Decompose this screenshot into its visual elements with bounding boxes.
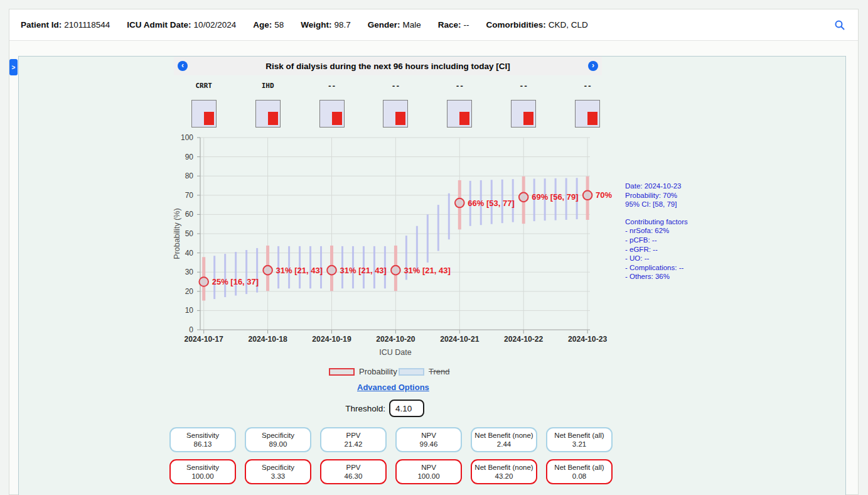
red-fill-indicator [332, 112, 342, 125]
legend-trend-label: Trend [429, 367, 449, 376]
metric-value: 89.00 [269, 440, 287, 449]
metric-label: Sensitivity [186, 463, 219, 472]
data-point[interactable] [391, 266, 400, 275]
metric-value: 3.33 [271, 472, 285, 481]
data-point-label: 25% [16, 37] [212, 277, 259, 286]
metric-label: PPV [346, 431, 360, 440]
y-tick-label: 30 [185, 268, 194, 276]
y-tick-label: 0 [189, 325, 193, 334]
annotation-line: - nrSofa: 62% [625, 226, 688, 236]
y-tick-label: 80 [185, 171, 194, 180]
patient-field: Patient Id:2101118544 [21, 20, 110, 30]
metric-value: 99.46 [420, 440, 438, 449]
dialysis-type-icon [447, 100, 472, 128]
annotation-line: Date: 2024-10-23 [625, 182, 688, 191]
data-point[interactable] [583, 191, 592, 200]
dialysis-type-icon [511, 100, 536, 128]
patient-field-value: 58 [274, 20, 284, 30]
patient-field-label: Age: [253, 20, 272, 30]
annotation-line: 95% CI: [58, 79] [625, 200, 688, 209]
gridlines: 01020304050607080901002024-10-172024-10-… [181, 133, 608, 344]
dialysis-type-icon [191, 100, 217, 128]
metric-value: 100.00 [417, 472, 439, 481]
threshold-label: Threshold: [299, 404, 385, 413]
data-point[interactable] [519, 193, 528, 202]
metric-card-primary: Net Benefit (none)2.44 [471, 427, 537, 452]
metric-label: Specificity [262, 431, 294, 440]
x-tick-label: 2024-10-17 [185, 335, 224, 344]
patient-field: ICU Admit Date:10/02/2024 [127, 20, 236, 30]
data-point[interactable] [455, 199, 464, 208]
metric-value: 46.30 [345, 472, 363, 481]
metric-value: 21.42 [345, 440, 363, 449]
data-point[interactable] [327, 266, 336, 275]
patient-field-value: 98.7 [334, 20, 350, 30]
probability-swatch [329, 368, 355, 376]
patient-field-value: -- [464, 20, 469, 30]
metric-card-threshold: NPV100.00 [395, 459, 462, 484]
annotation-gap [625, 209, 688, 217]
metric-label: NPV [421, 431, 436, 440]
patient-field: Comorbidities:CKD, CLD [486, 20, 588, 30]
annotation-line: Probability: 70% [625, 191, 688, 200]
dialysis-type-label: CRRT [179, 82, 229, 90]
x-tick-label: 2024-10-21 [440, 335, 480, 344]
probability-chart[interactable]: 01020304050607080901002024-10-172024-10-… [171, 130, 620, 364]
red-fill-indicator [268, 112, 278, 125]
red-fill-indicator [459, 112, 469, 125]
patient-field-label: Patient Id: [21, 20, 62, 30]
legend-item-trend[interactable]: Trend [399, 367, 449, 376]
metric-card-primary: NPV99.46 [395, 427, 462, 452]
patient-field: Race:-- [438, 20, 469, 30]
annotation-line: - pCFB: -- [625, 236, 688, 245]
metric-card-threshold: Specificity3.33 [245, 459, 311, 484]
annotation-line: - Others: 36% [625, 272, 688, 281]
patient-field-label: Race: [438, 20, 461, 30]
chart-title: Risk of dialysis during the next 96 hour… [265, 62, 510, 71]
legend-item-probability[interactable]: Probability [329, 367, 397, 376]
trend-swatch [399, 368, 424, 376]
red-fill-indicator [587, 112, 597, 125]
y-tick-label: 40 [185, 249, 194, 258]
search-icon[interactable] [834, 19, 845, 31]
data-point[interactable] [263, 266, 272, 275]
dialysis-type-label: -- [498, 82, 549, 90]
patient-field-label: Comorbidities: [486, 20, 546, 30]
point-annotation: Date: 2024-10-23Probability: 70%95% CI: … [625, 182, 688, 281]
data-point-label: 31% [21, 43] [404, 266, 450, 275]
y-axis-title: Probability (%) [173, 208, 181, 259]
data-point[interactable] [199, 277, 208, 286]
data-point-label: 31% [21, 43] [340, 266, 387, 275]
y-tick-label: 70 [185, 191, 194, 200]
annotation-line: - Complications: -- [625, 263, 688, 273]
dialysis-type-icon [319, 100, 345, 128]
sidebar-expand-tab[interactable]: > [9, 59, 18, 75]
dialysis-type-label: -- [370, 82, 421, 90]
metric-label: Net Benefit (all) [554, 431, 604, 440]
chart-title-bar: ‹ Risk of dialysis during the next 96 ho… [174, 57, 602, 75]
metric-card-threshold: Net Benefit (all)0.08 [546, 459, 613, 484]
red-fill-indicator [204, 112, 214, 125]
annotation-line: - UO: -- [625, 254, 688, 263]
dialysis-type-icon [575, 100, 600, 128]
metric-label: Net Benefit (none) [474, 431, 533, 440]
metric-value: 43.20 [495, 472, 513, 481]
patient-field-value: CKD, CLD [549, 20, 588, 30]
data-point-label: 66% [53, 77] [468, 199, 514, 208]
metric-value: 2.44 [497, 440, 511, 449]
y-tick-label: 60 [185, 210, 194, 219]
metric-label: Net Benefit (none) [474, 463, 533, 472]
red-fill-indicator [395, 112, 405, 125]
patient-field-value: 10/02/2024 [194, 20, 237, 30]
metric-value: 100.00 [191, 472, 213, 481]
patient-field-value: 2101118544 [64, 20, 110, 30]
y-tick-label: 10 [185, 306, 194, 315]
advanced-options-link[interactable]: Advanced Options [357, 383, 429, 392]
next-day-button[interactable]: › [588, 61, 598, 71]
data-point-label: 70% [596, 190, 612, 200]
threshold-input[interactable] [389, 400, 424, 417]
patient-field-label: Gender: [368, 20, 400, 30]
prev-day-button[interactable]: ‹ [178, 61, 188, 71]
dialysis-type-label: IHD [243, 82, 293, 90]
x-tick-label: 2024-10-23 [568, 335, 608, 344]
